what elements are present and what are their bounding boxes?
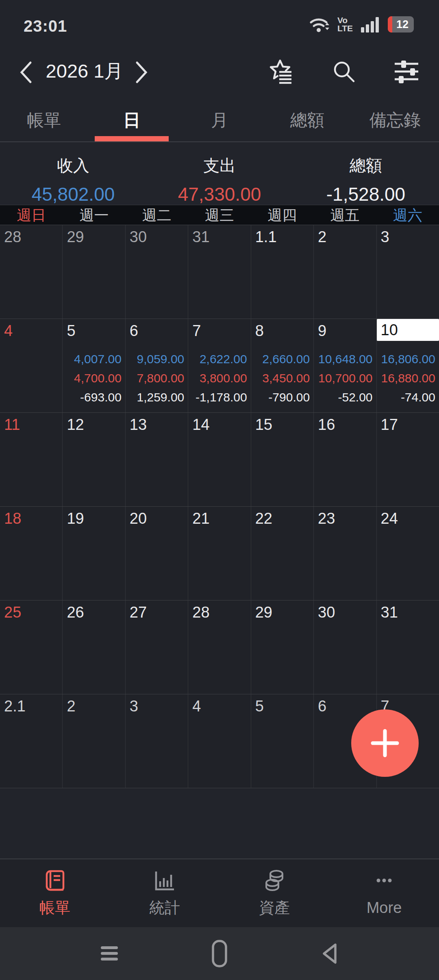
calendar-cell-11[interactable]: 11	[0, 413, 63, 506]
calendar-cell-31[interactable]: 31	[377, 601, 439, 694]
day-income: 9,059.00	[137, 349, 184, 369]
day-expense: 16,880.00	[381, 369, 435, 388]
calendar-cell-9[interactable]: 910,648.0010,700.00-52.00	[314, 319, 376, 412]
calendar-cell-22[interactable]: 22	[251, 507, 314, 600]
tab-帳單[interactable]: 帳單	[0, 102, 88, 141]
date-label: 26	[67, 604, 121, 621]
nav-label: 統計	[149, 898, 180, 918]
volte-top-text: Vo	[337, 16, 353, 24]
nav-label: 帳單	[39, 898, 70, 918]
calendar-cell-17[interactable]: 17	[377, 413, 439, 506]
date-label: 28	[192, 604, 246, 621]
filter-button[interactable]	[393, 58, 420, 85]
tab-月[interactable]: 月	[176, 102, 263, 141]
nav-item-帳單[interactable]: 帳單	[0, 859, 110, 928]
day-amounts: 4,007.004,700.00-693.00	[74, 349, 122, 407]
calendar-cell-27[interactable]: 27	[126, 601, 188, 694]
calendar-cell-26[interactable]: 26	[63, 601, 125, 694]
day-amounts: 10,648.0010,700.00-52.00	[318, 349, 372, 407]
date-label: 5	[255, 698, 309, 715]
expense-label: 支出	[146, 154, 293, 177]
calendar-cell-10[interactable]: 1016,806.0016,880.00-74.00	[377, 319, 439, 412]
calendar-cell-25[interactable]: 25	[0, 601, 63, 694]
nav-item-More[interactable]: More	[329, 859, 439, 928]
calendar-cell-29[interactable]: 29	[63, 225, 125, 319]
calendar-cell-3[interactable]: 3	[377, 225, 439, 319]
calendar-cell-23[interactable]: 23	[314, 507, 376, 600]
date-label: 15	[255, 416, 309, 434]
back-button[interactable]	[318, 942, 341, 965]
calendar-cell-7[interactable]: 72,622.003,800.00-1,178.00	[188, 319, 251, 412]
date-label: 31	[192, 228, 246, 246]
day-income: 2,622.00	[196, 349, 247, 369]
calendar-cell-28[interactable]: 28	[0, 225, 63, 319]
calendar-cell-1.1[interactable]: 1.1	[251, 225, 314, 319]
calendar-cell-12[interactable]: 12	[63, 413, 125, 506]
calendar-cell-2.1[interactable]: 2.1	[0, 694, 63, 788]
date-label: 29	[255, 604, 309, 621]
expense-value: 47,330.00	[146, 183, 293, 205]
calendar-cell-2[interactable]: 2	[63, 694, 125, 788]
add-record-fab[interactable]	[351, 709, 419, 777]
calendar-row: 18192021222324	[0, 506, 439, 600]
calendar-cell-19[interactable]: 19	[63, 507, 125, 600]
battery-icon: 12	[388, 16, 414, 33]
calendar-cell-31[interactable]: 31	[188, 225, 251, 319]
calendar-cell-5[interactable]: 54,007.004,700.00-693.00	[63, 319, 125, 412]
date-label: 23	[318, 510, 372, 527]
star-list-icon	[268, 58, 295, 85]
date-label: 30	[130, 228, 184, 246]
calendar-cell-4[interactable]: 4	[188, 694, 251, 788]
date-label: 16	[318, 416, 372, 434]
date-label: 7	[192, 322, 246, 340]
date-label: 28	[4, 228, 58, 246]
volte-bottom-text: LTE	[337, 24, 353, 33]
calendar-cell-5[interactable]: 5	[251, 694, 314, 788]
date-label: 18	[4, 510, 58, 527]
weekday-mid: 週五	[313, 205, 376, 225]
calendar-cell-24[interactable]: 24	[377, 507, 439, 600]
calendar-cell-14[interactable]: 14	[188, 413, 251, 506]
day-amounts: 16,806.0016,880.00-74.00	[381, 349, 435, 407]
weekday-mid: 週二	[126, 205, 188, 225]
chevron-right-icon	[135, 61, 148, 84]
calendar-cell-16[interactable]: 16	[314, 413, 376, 506]
next-month-button[interactable]	[130, 59, 153, 85]
calendar-cell-21[interactable]: 21	[188, 507, 251, 600]
volte-indicator: Vo LTE	[337, 16, 353, 33]
date-label: 4	[192, 698, 246, 715]
status-time: 23:01	[24, 17, 67, 35]
search-button[interactable]	[330, 58, 358, 85]
nav-item-統計[interactable]: 統計	[110, 859, 220, 928]
date-label: 22	[255, 510, 309, 527]
home-icon	[211, 939, 228, 968]
calendar-cell-30[interactable]: 30	[314, 601, 376, 694]
calendar-cell-29[interactable]: 29	[251, 601, 314, 694]
tab-總額[interactable]: 總額	[263, 102, 351, 141]
home-button[interactable]	[208, 942, 231, 965]
android-nav-bar	[0, 927, 439, 980]
tab-日[interactable]: 日	[88, 102, 176, 141]
calendar-cell-3[interactable]: 3	[126, 694, 188, 788]
ledger-icon	[43, 869, 67, 893]
total-value: -1,528.00	[293, 183, 439, 205]
tab-備忘錄[interactable]: 備忘錄	[351, 102, 439, 141]
coins-icon	[263, 869, 286, 893]
date-label: 20	[130, 510, 184, 527]
calendar-cell-2[interactable]: 2	[314, 225, 376, 319]
calendar-cell-20[interactable]: 20	[126, 507, 188, 600]
calendar-cell-8[interactable]: 82,660.003,450.00-790.00	[251, 319, 314, 412]
calendar-cell-4[interactable]: 4	[0, 319, 63, 412]
calendar-cell-6[interactable]: 69,059.007,800.001,259.00	[126, 319, 188, 412]
favorites-button[interactable]	[267, 58, 295, 85]
calendar-cell-28[interactable]: 28	[188, 601, 251, 694]
recents-button[interactable]	[98, 942, 121, 965]
weekday-sun: 週日	[0, 205, 63, 225]
selected-day-highlight: 10	[377, 319, 439, 341]
prev-month-button[interactable]	[15, 59, 37, 85]
calendar-cell-18[interactable]: 18	[0, 507, 63, 600]
nav-item-資產[interactable]: 資產	[220, 859, 329, 928]
calendar-cell-30[interactable]: 30	[126, 225, 188, 319]
calendar-cell-15[interactable]: 15	[251, 413, 314, 506]
calendar-cell-13[interactable]: 13	[126, 413, 188, 506]
